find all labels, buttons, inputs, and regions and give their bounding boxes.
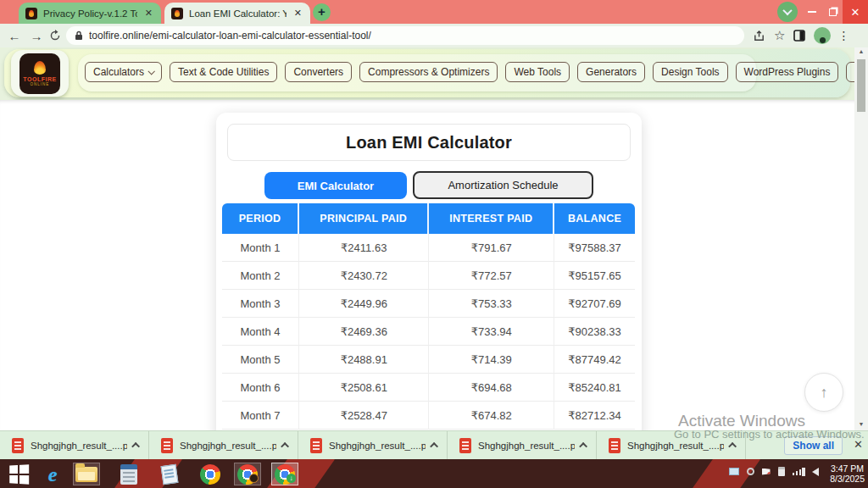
table-row: Month 5₹2488.91₹714.39₹87749.42: [222, 346, 635, 374]
browser-titlebar: Privacy Policy-v.1.2 ToolFire : You ✕ Lo…: [0, 0, 868, 24]
tab-close-icon[interactable]: ✕: [292, 8, 303, 19]
nav-item-web-tools[interactable]: Web Tools: [505, 62, 570, 82]
download-badge-icon: ↓: [287, 474, 296, 483]
nav-item-generators[interactable]: Generators: [577, 62, 645, 82]
activate-windows-watermark-line2: Go to PC settings to activate Windows.: [674, 428, 865, 441]
scrollbar-up-icon[interactable]: ▲: [859, 47, 865, 58]
tray-action-center-icon[interactable]: [762, 469, 771, 475]
browser-scrollbar[interactable]: ▲ ▼: [854, 47, 868, 430]
side-panel-icon[interactable]: [793, 30, 805, 42]
reload-button[interactable]: [49, 30, 61, 42]
chevron-up-icon[interactable]: [579, 442, 587, 451]
download-item[interactable]: Shghgjhgh_result_....pdf: [298, 431, 448, 459]
address-bar[interactable]: toolfire.online/emi-calculator-loan-emi-…: [66, 26, 744, 45]
table-cell: Month 1: [222, 234, 299, 262]
table-row: Month 4₹2469.36₹733.94₹90238.33: [222, 318, 635, 346]
scroll-to-top-button[interactable]: ↑: [804, 373, 843, 412]
table-cell: Month 4: [222, 318, 299, 346]
nav-item-text-code-utilities[interactable]: Text & Code Utilities: [170, 62, 277, 82]
nav-item-design-tools[interactable]: Design Tools: [653, 62, 727, 82]
site-logo[interactable]: TOOLFIRE ONLINE: [11, 50, 69, 97]
download-item[interactable]: Shghgjhgh_result_....pdf: [0, 431, 149, 459]
tray-power-icon[interactable]: [778, 467, 785, 476]
download-filename: Shghgjhgh_result_....pdf: [180, 441, 276, 451]
share-icon[interactable]: [753, 30, 765, 42]
table-cell: Month 3: [222, 290, 299, 318]
tray-volume-icon[interactable]: [812, 468, 819, 476]
download-item[interactable]: Shghgjhgh_result_....pdf: [448, 431, 597, 459]
windows-taskbar: e ↓ 3:47 PM 8/3/2025: [0, 459, 868, 488]
back-button[interactable]: ←: [3, 29, 25, 43]
folder-icon: [75, 467, 97, 482]
table-cell: ₹92707.69: [554, 290, 635, 318]
page-title: Loan EMI Calculator: [346, 133, 512, 152]
tab-search-button[interactable]: [777, 2, 798, 22]
tab-close-icon[interactable]: ✕: [143, 8, 154, 19]
tab-amortization-schedule[interactable]: Amortization Schedule: [413, 171, 593, 199]
card-title-box: Loan EMI Calculator: [227, 124, 631, 161]
chrome-icon: [200, 464, 220, 485]
chevron-up-icon[interactable]: [728, 442, 737, 451]
download-item[interactable]: Shghgjhgh_result_....pdf: [149, 431, 298, 459]
taskbar-chrome[interactable]: [197, 463, 224, 485]
start-button[interactable]: [5, 463, 32, 485]
taskbar-file-explorer[interactable]: [73, 463, 100, 485]
download-filename: Shghgjhgh_result_....pdf: [627, 441, 724, 451]
toolfire-favicon: [25, 8, 37, 19]
chevron-up-icon[interactable]: [281, 442, 289, 451]
table-cell: ₹85240.81: [554, 374, 635, 402]
tray-app-icon[interactable]: [747, 468, 754, 475]
browser-tab-loan-emi-calculator[interactable]: Loan EMI Calculator: Your Essenti ✕: [164, 3, 310, 24]
window-minimize-button[interactable]: [802, 0, 822, 24]
taskbar-chrome-active[interactable]: ↓: [271, 463, 298, 485]
forward-button[interactable]: →: [25, 29, 47, 43]
amortization-table: PERIODPRINCIPAL PAIDINTEREST PAIDBALANCE…: [222, 203, 635, 430]
table-cell: Month 7: [222, 402, 299, 430]
table-cell: ₹2528.47: [299, 402, 429, 430]
download-filename: Shghgjhgh_result_....pdf: [478, 441, 575, 451]
chevron-up-icon[interactable]: [131, 442, 140, 451]
pdf-file-icon: [609, 438, 620, 453]
window-close-button[interactable]: ✕: [843, 0, 868, 24]
table-header-row: PERIODPRINCIPAL PAIDINTEREST PAIDBALANCE: [222, 203, 635, 234]
nav-item-calculators[interactable]: Calculators: [85, 62, 162, 82]
nav-item-compressors-optimizers[interactable]: Compressors & Optimizers: [359, 62, 498, 82]
table-cell: ₹2508.61: [299, 374, 429, 402]
table-cell: ₹791.67: [429, 234, 554, 262]
tab-emi-calculator[interactable]: EMI Calculator: [264, 172, 407, 199]
tab-title: Loan EMI Calculator: Your Essenti: [189, 8, 287, 19]
taskbar-internet-explorer[interactable]: e: [39, 463, 66, 485]
window-restore-button[interactable]: [822, 0, 843, 24]
taskbar-clock[interactable]: 3:47 PM 8/3/2025: [830, 463, 865, 484]
nav-item-label: Compressors & Optimizers: [368, 66, 489, 78]
download-filename: Shghgjhgh_result_....pdf: [329, 441, 426, 451]
browser-tab-privacy-policy[interactable]: Privacy Policy-v.1.2 ToolFire : You ✕: [19, 3, 161, 24]
table-cell: ₹2449.96: [299, 290, 429, 318]
chevron-up-icon[interactable]: [430, 442, 438, 451]
tray-display-icon[interactable]: [729, 468, 739, 475]
page-content: Loan EMI Calculator EMI Calculator Amort…: [0, 100, 854, 430]
ie-icon: e: [48, 465, 58, 484]
new-tab-button[interactable]: +: [313, 3, 331, 21]
clock-date: 8/3/2025: [830, 474, 865, 484]
taskbar-notepad[interactable]: [156, 463, 183, 485]
calculator-icon: [120, 464, 137, 485]
pdf-file-icon: [310, 438, 322, 453]
nav-item-label: Calculators: [93, 66, 144, 78]
table-cell: Month 2: [222, 262, 299, 290]
windows-logo-icon: [9, 464, 28, 484]
table-cell: ₹753.33: [429, 290, 554, 318]
taskbar-chrome-profile2[interactable]: [234, 463, 261, 485]
bookmark-star-icon[interactable]: ☆: [774, 28, 785, 43]
taskbar-calculator[interactable]: [115, 463, 142, 485]
nav-item-wordpress-plugins[interactable]: WordPress Plugins: [736, 62, 839, 82]
browser-menu-icon[interactable]: ⋮: [837, 29, 849, 42]
profile-avatar[interactable]: [814, 27, 831, 44]
lock-icon: [75, 30, 83, 41]
scrollbar-thumb[interactable]: [857, 59, 865, 112]
pdf-file-icon: [161, 438, 173, 453]
nav-item-converters[interactable]: Converters: [285, 62, 352, 82]
table-row: Month 6₹2508.61₹694.68₹85240.81: [222, 374, 635, 402]
table-cell: ₹95157.65: [554, 262, 635, 290]
table-cell: ₹2411.63: [299, 234, 429, 262]
